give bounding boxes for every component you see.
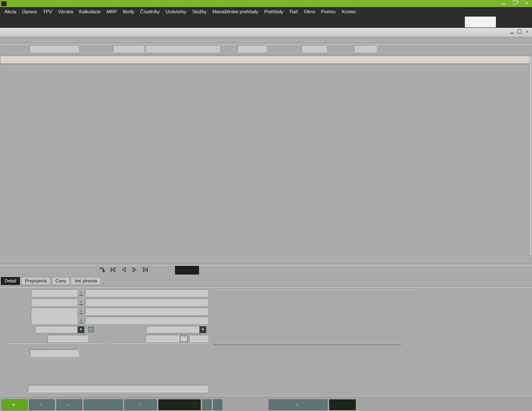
menu-item--pravy[interactable]: Úpravy xyxy=(19,8,40,15)
cislo-prikazu-field[interactable] xyxy=(301,45,327,52)
detail-panel: ↓ ↓ ↓ ↓ ▼ ▼ xyxy=(0,286,532,397)
cancel-button[interactable]: ✕ xyxy=(124,399,157,410)
restore-icon[interactable] xyxy=(512,0,518,5)
sortiment-lookup-icon[interactable]: ↓ xyxy=(78,298,84,305)
menu-item-mzdy[interactable]: Mzdy xyxy=(120,8,137,15)
odvedene-checkbox[interactable] xyxy=(88,327,94,332)
menu-item-okno[interactable]: Okno xyxy=(301,8,318,15)
sortiment-name-field[interactable] xyxy=(85,298,208,306)
typ-rozpadu-select[interactable]: ▼ xyxy=(146,326,206,333)
menu-item-kalkul-cie[interactable]: Kalkulácie xyxy=(76,8,103,15)
group-naklady xyxy=(214,289,418,289)
window-minimize-icon[interactable] xyxy=(510,29,514,34)
datum-field[interactable] xyxy=(237,45,266,52)
header-fields xyxy=(0,44,532,54)
app-titlebar: × xyxy=(0,0,532,7)
window-maximize-icon[interactable] xyxy=(517,29,522,34)
grid-header xyxy=(0,56,530,64)
plus-icon: + xyxy=(296,403,299,407)
typ-pracoviska-select[interactable]: ▼ xyxy=(35,326,85,333)
cas-vyroby-field[interactable] xyxy=(189,335,208,342)
divider xyxy=(0,264,532,265)
extra-button-2[interactable] xyxy=(213,399,222,410)
previous-record-icon[interactable] xyxy=(120,266,127,273)
menu-item-uz-vierky[interactable]: Uzávierky xyxy=(163,8,189,15)
datum-vyroby-field[interactable] xyxy=(145,335,179,342)
new-button[interactable]: + xyxy=(2,399,27,410)
menu-item-pomoc[interactable]: Pomoc xyxy=(318,8,339,15)
chevron-down-icon[interactable]: ▼ xyxy=(78,326,84,333)
edit-button[interactable]: ✔ xyxy=(56,399,82,410)
menu-item-tla-[interactable]: Tlač xyxy=(286,8,301,15)
vyroba-code-field[interactable] xyxy=(31,289,77,297)
work-procedure-button[interactable] xyxy=(158,399,201,410)
menu-item-v-roba[interactable]: Výroba xyxy=(55,8,76,15)
group-mnozstva-odv xyxy=(107,343,209,343)
tab-ceny[interactable]: Ceny xyxy=(52,277,70,285)
detail-tabs: DetailPrepojeniaCenyIné plnenia xyxy=(1,277,101,285)
tab-prepojenia[interactable]: Prepojenia xyxy=(21,277,51,285)
toolbar-placeholder xyxy=(465,17,496,27)
first-record-icon[interactable] xyxy=(109,266,117,273)
menu-item-koniec[interactable]: Koniec xyxy=(339,8,359,15)
vyr-stred-code-field[interactable] xyxy=(31,316,77,324)
prac-zmena-lookup-icon[interactable]: ↓ xyxy=(78,307,84,314)
action-button-bar: + + ✔ ✕ + xyxy=(0,397,532,411)
new-by-orders-button[interactable]: + xyxy=(269,399,328,410)
app-icon xyxy=(1,1,7,6)
vertical-scrollbar[interactable] xyxy=(530,56,532,256)
kod-prikazu-field[interactable] xyxy=(29,45,79,52)
check-icon: ✔ xyxy=(66,402,70,408)
menu-item-akcia[interactable]: Akcia xyxy=(2,8,19,15)
vyr-stred-lookup-icon[interactable]: ↓ xyxy=(78,316,84,323)
copy-button[interactable]: + xyxy=(29,399,55,410)
na-vyrobu-field[interactable] xyxy=(30,349,79,357)
goto-record-icon[interactable] xyxy=(99,266,106,273)
record-navigation xyxy=(99,266,149,273)
vyrobna-cena-field[interactable] xyxy=(47,335,88,342)
window-titlebar: × xyxy=(0,28,532,37)
extra-button-1[interactable] xyxy=(202,399,211,410)
x-icon: ✕ xyxy=(138,402,141,408)
prac-zmena-name-field[interactable] xyxy=(85,307,208,315)
expedicia-field[interactable] xyxy=(354,45,377,52)
z-planu-field-2[interactable] xyxy=(145,45,220,52)
plus-icon: + xyxy=(39,403,43,407)
vyr-stred-name-field[interactable] xyxy=(85,316,208,324)
calendar-icon[interactable] xyxy=(180,335,187,342)
menu-item-mrp[interactable]: MRP xyxy=(104,8,120,15)
menu-item--seln-ky[interactable]: Číselníky xyxy=(137,8,163,15)
poznamka-field[interactable] xyxy=(28,385,208,392)
window-close-icon[interactable]: × xyxy=(525,30,529,34)
production-items-grid xyxy=(0,56,530,64)
z-planu-field-1[interactable] xyxy=(113,45,144,52)
vyroba-name-field[interactable] xyxy=(85,289,208,297)
legend-button[interactable] xyxy=(175,266,199,275)
last-record-icon[interactable] xyxy=(142,266,149,273)
group-mnozstva-vyroby xyxy=(3,343,103,343)
vyroba-lookup-icon[interactable]: ↓ xyxy=(78,289,84,296)
other-services-button[interactable] xyxy=(329,399,356,410)
sortiment-code-field[interactable] xyxy=(31,298,77,306)
next-record-icon[interactable] xyxy=(131,266,138,273)
edit-quantity-button[interactable] xyxy=(84,399,123,410)
menu-item-tpv[interactable]: TPV xyxy=(40,8,55,15)
tab-detail[interactable]: Detail xyxy=(1,277,20,285)
tab-in-plnenia[interactable]: Iné plnenia xyxy=(71,277,101,285)
menu-items: AkciaÚpravyTPVVýrobaKalkulácieMRPMzdyČís… xyxy=(0,7,532,15)
menu-item-preh-ady[interactable]: Prehľady xyxy=(261,8,286,15)
minimize-icon[interactable] xyxy=(500,0,506,5)
divider xyxy=(214,345,401,345)
menu-item-mana-rske-preh-ady[interactable]: Manažérske prehľady xyxy=(209,8,261,15)
chevron-down-icon[interactable]: ▼ xyxy=(199,326,206,333)
close-icon[interactable]: × xyxy=(524,0,530,5)
menu-item-slu-by[interactable]: Služby xyxy=(189,8,210,15)
menu-bar: AkciaÚpravyTPVVýrobaKalkulácieMRPMzdyČís… xyxy=(0,7,532,28)
plus-icon: + xyxy=(12,403,15,407)
